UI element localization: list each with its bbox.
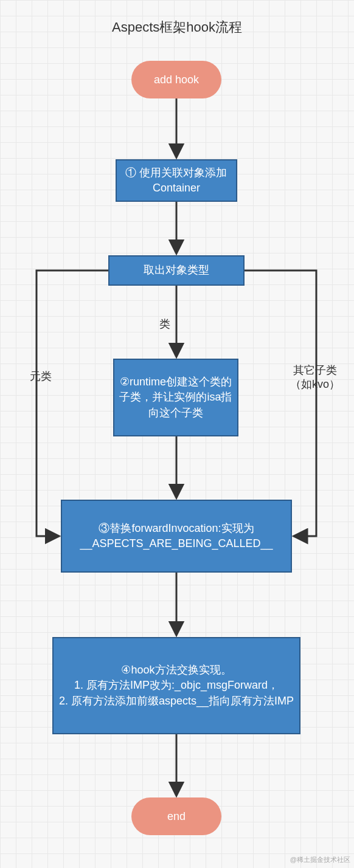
decision-node: 取出对象类型 (108, 255, 245, 286)
edge-label-middle: 类 (156, 317, 174, 331)
end-label: end (167, 810, 186, 823)
step1-node: ① 使用关联对象添加 Container (116, 159, 237, 202)
end-node: end (131, 797, 221, 835)
decision-label: 取出对象类型 (144, 263, 209, 278)
edge-label-right: 其它子类 （如kvo） (285, 363, 345, 392)
diagram-title: Aspects框架hook流程 (0, 18, 354, 36)
step1-label: ① 使用关联对象添加 Container (122, 165, 231, 196)
step4-label: ④hook方法交换实现。 1. 原有方法IMP改为:_objc_msgForwa… (59, 663, 294, 709)
step4-node: ④hook方法交换实现。 1. 原有方法IMP改为:_objc_msgForwa… (52, 637, 300, 734)
start-node: add hook (131, 61, 221, 98)
step2-node: ②runtime创建这个类的子类，并让实例的isa指向这个子类 (113, 359, 238, 436)
watermark: @稀土掘金技术社区 (290, 855, 350, 864)
step3-label: ③替换forwardInvocation:实现为__ASPECTS_ARE_BE… (67, 521, 286, 551)
start-label: add hook (154, 74, 199, 86)
step2-label: ②runtime创建这个类的子类，并让实例的isa指向这个子类 (119, 374, 232, 421)
edge-label-left: 元类 (26, 370, 56, 384)
step3-node: ③替换forwardInvocation:实现为__ASPECTS_ARE_BE… (61, 500, 292, 573)
